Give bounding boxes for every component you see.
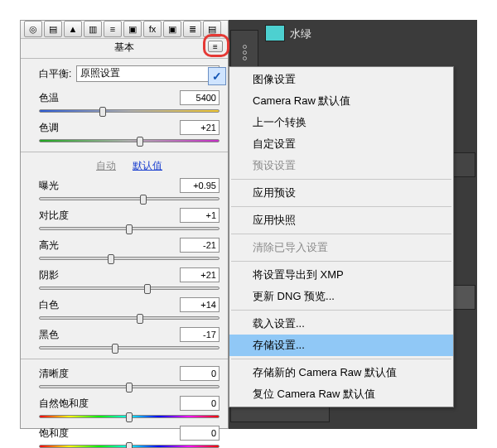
slider-exposure: 曝光 <box>39 178 220 203</box>
white-balance-value: 原照设置 <box>80 67 120 79</box>
slider-highlights: 高光 <box>39 238 220 263</box>
slider-vibrance: 自然饱和度 <box>39 396 220 421</box>
highlights-label: 高光 <box>39 238 59 253</box>
clarity-label: 清晰度 <box>39 367 69 381</box>
color-swatch-label: 水绿 <box>290 26 311 41</box>
slider-whites: 白色 <box>39 297 220 322</box>
tint-label: 色调 <box>39 121 59 135</box>
flyout-context-menu: ✓ 图像设置 Camera Raw 默认值 上一个转换 自定设置 预设设置 应用… <box>229 66 454 407</box>
tab-lens-icon[interactable]: ▣ <box>123 21 142 37</box>
slider-saturation: 饱和度 <box>39 426 220 448</box>
panel-flyout-button[interactable]: ≡ <box>208 41 223 52</box>
menu-save-new-defaults[interactable]: 存储新的 Camera Raw 默认值 <box>229 362 453 383</box>
tint-thumb[interactable] <box>137 137 143 147</box>
vibrance-thumb[interactable] <box>126 412 133 422</box>
tab-presets-icon[interactable]: ≣ <box>183 21 201 37</box>
blacks-value[interactable] <box>180 327 220 342</box>
tab-basic-icon[interactable]: ◎ <box>24 21 42 37</box>
exposure-value[interactable] <box>180 178 220 193</box>
tab-hsl-icon[interactable]: ▥ <box>84 21 102 37</box>
highlights-thumb[interactable] <box>108 254 114 264</box>
temp-thumb[interactable] <box>99 107 106 117</box>
white-balance-label: 白平衡: <box>39 67 71 81</box>
shadows-label: 阴影 <box>39 268 59 282</box>
exposure-thumb[interactable] <box>140 195 147 205</box>
highlights-value[interactable] <box>180 238 220 253</box>
whites-value[interactable] <box>180 297 220 312</box>
shadows-thumb[interactable] <box>144 284 151 294</box>
menu-image-settings[interactable]: 图像设置 <box>229 69 453 90</box>
menu-apply-preset[interactable]: 应用预设 <box>229 182 453 204</box>
clarity-value[interactable] <box>180 366 220 381</box>
blacks-label: 黑色 <box>39 328 59 342</box>
menu-custom-settings[interactable]: 自定设置 <box>229 133 453 155</box>
default-link[interactable]: 默认值 <box>133 159 162 173</box>
menu-reset-defaults[interactable]: 复位 Camera Raw 默认值 <box>229 383 453 405</box>
menu-export-xmp[interactable]: 将设置导出到 XMP <box>229 264 453 286</box>
menu-preset-settings: 预设设置 <box>229 155 453 176</box>
contrast-value[interactable] <box>180 208 220 223</box>
vibrance-value[interactable] <box>180 396 220 411</box>
whites-label: 白色 <box>39 298 59 312</box>
contrast-thumb[interactable] <box>126 224 133 234</box>
host-block-1 <box>451 152 475 177</box>
tab-detail-icon[interactable]: ▲ <box>64 21 82 37</box>
saturation-thumb[interactable] <box>126 442 133 448</box>
slider-shadows: 阴影 <box>39 267 220 292</box>
saturation-value[interactable] <box>180 426 220 441</box>
clarity-thumb[interactable] <box>126 383 133 393</box>
panel-title-text: 基本 <box>114 41 134 53</box>
camera-raw-panel: ◎ ▤ ▲ ▥ ≡ ▣ fx ▣ ≣ ▤ 基本 ≡ 白平衡: 原照设置 ▾ <box>20 20 229 429</box>
menu-apply-snapshot[interactable]: 应用快照 <box>229 210 453 231</box>
color-swatch[interactable] <box>265 25 285 41</box>
menu-check-icon: ✓ <box>208 67 226 85</box>
whites-thumb[interactable] <box>137 314 143 324</box>
tint-value[interactable] <box>180 120 220 135</box>
saturation-label: 饱和度 <box>39 426 69 441</box>
menu-prev-conversion[interactable]: 上一个转换 <box>229 112 453 133</box>
exposure-label: 曝光 <box>39 179 59 193</box>
menu-clear-imported: 清除已导入设置 <box>229 237 453 258</box>
menu-update-dng[interactable]: 更新 DNG 预览... <box>229 286 453 307</box>
tab-camera-icon[interactable]: ▣ <box>163 21 181 37</box>
contrast-label: 对比度 <box>39 209 69 223</box>
panel-tab-strip: ◎ ▤ ▲ ▥ ≡ ▣ fx ▣ ≣ ▤ <box>21 21 228 39</box>
tab-curve-icon[interactable]: ▤ <box>44 21 62 37</box>
temp-label: 色温 <box>39 91 59 105</box>
tab-fx-icon[interactable]: fx <box>143 21 162 37</box>
vibrance-label: 自然饱和度 <box>39 397 89 411</box>
panel-title: 基本 ≡ <box>21 39 228 59</box>
slider-tint: 色调 <box>39 120 220 145</box>
tab-snapshots-icon[interactable]: ▤ <box>203 21 221 37</box>
tab-split-icon[interactable]: ≡ <box>104 21 122 37</box>
slider-contrast: 对比度 <box>39 208 220 233</box>
temp-value[interactable] <box>180 90 220 105</box>
white-balance-select[interactable]: 原照设置 ▾ <box>76 65 220 82</box>
slider-blacks: 黑色 <box>39 327 220 352</box>
menu-load-settings[interactable]: 载入设置... <box>229 313 453 335</box>
shadows-value[interactable] <box>180 267 220 282</box>
auto-link[interactable]: 自动 <box>96 159 116 173</box>
host-block-2 <box>451 285 475 310</box>
menu-save-settings[interactable]: 存储设置... <box>229 335 453 356</box>
slider-clarity: 清晰度 <box>39 366 220 391</box>
blacks-thumb[interactable] <box>112 344 118 354</box>
slider-temperature: 色温 <box>39 90 220 115</box>
menu-cr-defaults[interactable]: Camera Raw 默认值 <box>229 90 453 112</box>
